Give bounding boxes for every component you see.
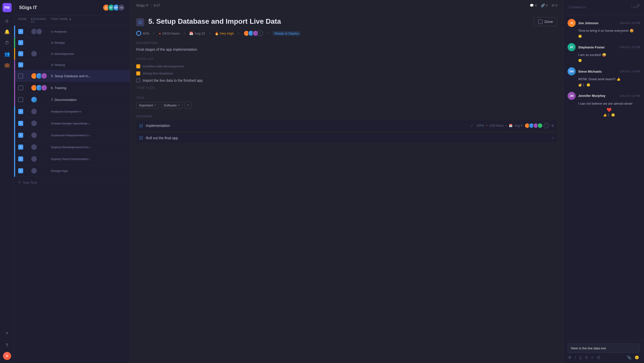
reaction-button[interactable]: 👍 1 [603,113,609,117]
task-checkbox[interactable] [18,73,23,78]
task-assignee [31,73,51,79]
task-checkbox[interactable]: ✓ [18,109,23,114]
comment-input[interactable] [568,344,640,353]
comment-text: WOW, Great work team!!! 👍 [568,77,640,81]
task-row[interactable]: ✓ 2. Design [14,38,130,48]
emoji-reaction-button[interactable]: 🙂 [611,113,615,117]
task-checkbox[interactable]: ✓ [18,156,23,161]
bold-button[interactable]: B [568,355,572,360]
task-checkbox[interactable]: ✓ [18,40,23,45]
italic-button[interactable]: I [574,355,577,360]
col-assigned: ASSIGNED TO [31,17,51,23]
comments-list: JJ Joe Johnson JUN 24 1:16 PM Time to br… [564,15,644,340]
subtask-external-link[interactable]: ⤢ [551,136,554,140]
col-taskname: TASK NAME ▲ [51,17,126,23]
task-list-panel: 5Gigs IT JJ SF SM +6 DONE ASSIGNED TO TA… [14,0,130,363]
comment-text: I can not believe we are almost done! [568,101,640,106]
subtask-external-link[interactable]: ⤢ [470,124,473,128]
add-assignee-button[interactable]: + [544,123,549,128]
task-checkbox[interactable]: ✓ [18,29,23,34]
task-row[interactable]: ✓ 4. Testing [14,60,130,70]
done-label: Done [545,20,553,24]
task-row[interactable]: ✓ Customer Requirement 1... [14,129,130,141]
subtask-progress: 100% [477,124,484,127]
more-options-button[interactable]: ⋮ [630,3,634,8]
task-checkbox[interactable]: ✓ [18,51,23,56]
home-icon[interactable]: ⌂ [3,16,12,25]
commenter-name: Stephanie Foster [578,45,605,49]
subtask-icon: ⇄ [552,4,554,7]
tag-label: Important [139,103,153,107]
add-icon[interactable]: + [3,329,12,338]
task-row[interactable]: 6. Training [14,82,130,94]
task-checkbox[interactable]: ✓ [18,121,23,126]
subtask-badge[interactable]: ⇄ 3 [552,4,557,7]
sidebar-nav: PM ⌂ 🔔 ⏱ 👥 💼 + ? U [0,0,14,363]
task-checkbox[interactable] [18,97,23,102]
underline-button[interactable]: U [578,355,583,360]
commenter-name: Steve Michaels [578,70,602,73]
task-row[interactable]: ✓ Create Design Specificat... [14,118,130,129]
done-checkbox [538,19,543,24]
bell-icon[interactable]: 🔔 [3,27,12,36]
tag-remove-button[interactable]: ✕ [154,104,156,107]
task-name: Deploy Test Environment... [51,157,127,161]
emoji-reaction-button[interactable]: 🙂 [586,83,590,87]
done-button[interactable]: Done [534,17,557,26]
strikethrough-button[interactable]: S [584,355,589,360]
progress-meta: 92% [136,31,149,36]
link-badge[interactable]: 🔗 2 [541,4,548,7]
todo-checkbox[interactable] [136,78,140,82]
briefcase-icon[interactable]: 💼 [3,61,12,70]
task-row[interactable]: ✓ Deploy Test Environment... [14,153,130,165]
detail-header-actions: 💬 4 🔗 2 ⇄ 3 [530,4,557,7]
delete-subtask[interactable]: 🗑 [551,124,554,127]
comment-time: JUN 24 1:14 PM [620,70,640,73]
clock-icon[interactable]: ⏱ [3,38,12,47]
tags-row: Important ✕ Software ✕ + [136,102,557,109]
close-button[interactable]: ✕ [637,3,640,8]
task-row-selected[interactable]: 5. Setup Database and In... [14,70,130,82]
task-row[interactable]: ✓ Design App [14,165,130,177]
comment-badge[interactable]: 💬 4 [530,4,537,7]
task-checkbox[interactable]: ✓ [18,168,23,173]
task-row[interactable]: ✓ Analysis Complete ◇ [14,106,130,118]
assignee-avatar [31,167,37,174]
task-title-row: ☑ 5. Setup Database and Import Live Data… [136,17,557,26]
app-logo[interactable]: PM [3,3,12,12]
user-avatar[interactable]: U [3,352,11,360]
add-todo-input[interactable]: / Add To Do [136,84,557,91]
assignee-avatar [41,85,47,91]
todo-item: Import the live data to the finished app [136,77,557,84]
task-row[interactable]: 7. Documentation [14,94,130,106]
emoji-reaction-button[interactable]: 🙂 [578,59,582,62]
task-checkbox[interactable]: ✓ [18,145,23,150]
reaction-button[interactable]: 🥳 1 [578,83,584,87]
comments-panel: COMMENTS >> JJ Joe Johnson JUN 24 1:16 P… [563,0,644,363]
users-icon[interactable]: 👥 [3,49,12,59]
priority-value: Very High [220,32,234,35]
comment-reactions: 🙂 [568,35,640,38]
breadcrumb-project[interactable]: 5Gigs IT [136,4,149,7]
task-checkbox[interactable]: ✓ [18,133,23,138]
assignees-meta: + [243,30,263,36]
todo-item: ✓ Setup the database [136,70,557,77]
question-icon[interactable]: ? [3,341,12,350]
task-checkbox[interactable] [18,85,23,90]
list-button[interactable]: ≡ [590,355,594,360]
todo-checkbox[interactable]: ✓ [136,71,140,75]
task-checkbox[interactable]: ✓ [18,62,23,67]
attach-button[interactable]: 📎 [626,355,632,360]
tag-remove-button[interactable]: ✕ [178,104,180,107]
new-task-row[interactable]: + New Task [14,177,130,188]
task-table-header: DONE ASSIGNED TO TASK NAME ▲ [14,15,130,26]
task-row[interactable]: ✓ 1. Analysis [14,26,130,38]
task-row[interactable]: ✓ Deploy Development Env... [14,141,130,153]
add-tag-button[interactable]: + [185,102,192,109]
add-assignee-button[interactable]: + [257,30,263,36]
task-row[interactable]: ✓ 3. Development [14,48,130,60]
todo-checkbox[interactable]: ✓ [136,64,140,68]
emoji-button[interactable]: 😊 [634,355,640,360]
emoji-reaction-button[interactable]: 🙂 [578,35,582,38]
mention-button[interactable]: @ [596,355,601,360]
